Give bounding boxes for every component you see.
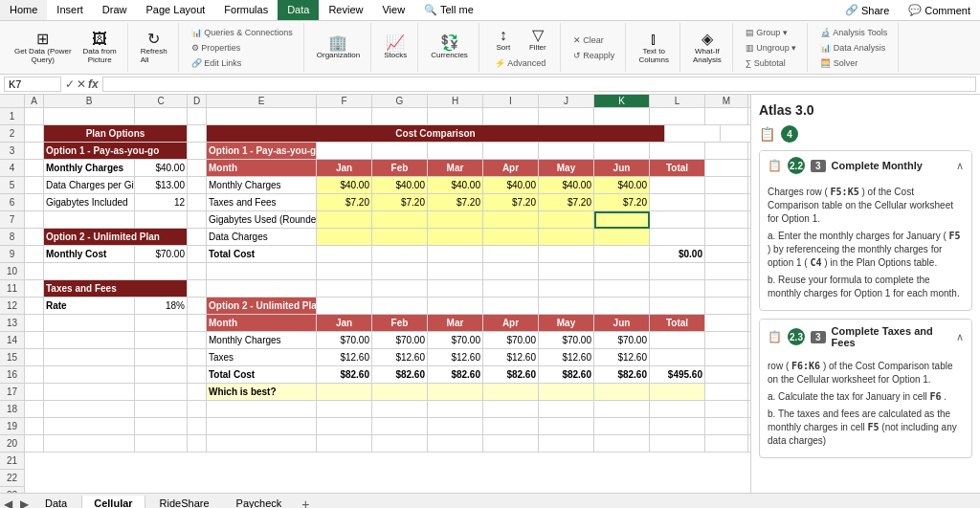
cell-l16-total[interactable]: $495.60 <box>650 366 705 384</box>
d20[interactable] <box>188 435 207 453</box>
d18[interactable] <box>188 401 207 418</box>
cell-m3[interactable] <box>705 143 748 160</box>
cell-a1[interactable] <box>25 108 44 125</box>
row-num-6[interactable]: 6 <box>0 194 25 211</box>
clear-button[interactable]: ✕ Clear <box>568 33 609 47</box>
tab-view[interactable]: View <box>372 0 414 20</box>
cell-k4-jun[interactable]: Jun <box>594 160 650 177</box>
cell-m15[interactable] <box>705 349 748 366</box>
cell-i6[interactable]: $7.20 <box>483 194 539 211</box>
cell-a14[interactable] <box>25 332 44 349</box>
k20[interactable] <box>594 435 650 453</box>
f20[interactable] <box>317 435 372 453</box>
cell-e9-total-cost[interactable]: Total Cost <box>207 246 317 263</box>
cell-e10[interactable] <box>207 263 317 280</box>
cell-i9[interactable] <box>483 246 539 263</box>
cell-f17[interactable] <box>317 384 372 401</box>
cell-h9[interactable] <box>428 246 483 263</box>
cell-a3[interactable] <box>25 143 44 160</box>
cell-l14[interactable] <box>650 332 705 349</box>
sheet-tab-paycheck[interactable]: Paycheck <box>224 496 295 508</box>
l20[interactable] <box>650 435 705 453</box>
cell-d5[interactable] <box>188 177 207 194</box>
stocks-button[interactable]: 📈 Stocks <box>379 33 412 62</box>
sheet-nav-left[interactable]: ◀ <box>0 497 16 509</box>
tab-page-layout[interactable]: Page Layout <box>137 0 215 20</box>
cell-d7[interactable] <box>188 211 207 229</box>
tab-review[interactable]: Review <box>319 0 372 20</box>
g18[interactable] <box>372 401 428 418</box>
cell-j11[interactable] <box>539 280 594 298</box>
ungroup-button[interactable]: ▥ Ungroup ▾ <box>741 41 802 55</box>
cell-b8-opt2[interactable]: Option 2 - Unlimited Plan <box>44 229 188 246</box>
filter-button[interactable]: ▽ Filter <box>522 25 554 55</box>
currencies-button[interactable]: 💱 Currencies <box>426 33 473 62</box>
col-header-g[interactable]: G <box>372 95 428 107</box>
cell-e6-taxes[interactable]: Taxes and Fees <box>207 194 317 211</box>
cell-i4-apr[interactable]: Apr <box>483 160 539 177</box>
cell-g1[interactable] <box>372 108 428 125</box>
cell-c1[interactable] <box>135 108 188 125</box>
subtotal-button[interactable]: ∑ Subtotal <box>741 56 791 70</box>
cell-a10[interactable] <box>25 263 44 280</box>
cell-b4-mc-label[interactable]: Monthly Charges <box>44 160 135 177</box>
cell-b1[interactable] <box>44 108 135 125</box>
queries-connections-button[interactable]: 📊 Queries & Connections <box>187 26 298 39</box>
cell-g8[interactable] <box>372 229 428 246</box>
row-num-20[interactable]: 20 <box>0 435 25 453</box>
row-num-21[interactable]: 21 <box>0 453 25 470</box>
cell-a4[interactable] <box>25 160 44 177</box>
cell-d9[interactable] <box>188 246 207 263</box>
cell-i7[interactable] <box>483 211 539 229</box>
cell-h6[interactable]: $7.20 <box>428 194 483 211</box>
cell-f13-jan[interactable]: Jan <box>317 315 372 332</box>
cell-d2[interactable] <box>188 125 207 143</box>
cell-b10[interactable] <box>44 263 135 280</box>
task-2-3-collapse-icon[interactable]: ∧ <box>956 331 964 343</box>
e18[interactable] <box>207 401 317 418</box>
cell-b17[interactable] <box>44 384 135 401</box>
cell-g13-feb[interactable]: Feb <box>372 315 428 332</box>
data-analysis-button[interactable]: 📊 Data Analysis <box>815 41 890 55</box>
cell-l1[interactable] <box>650 108 705 125</box>
add-sheet-button[interactable]: + <box>296 497 315 509</box>
cell-d11[interactable] <box>188 280 207 298</box>
cell-k7-selected[interactable] <box>594 211 650 229</box>
row-num-3[interactable]: 3 <box>0 143 25 160</box>
cell-h15[interactable]: $12.60 <box>428 349 483 366</box>
k19[interactable] <box>594 418 650 435</box>
cell-j1[interactable] <box>539 108 594 125</box>
cell-f4-jan[interactable]: Jan <box>317 160 372 177</box>
cell-a16[interactable] <box>25 366 44 384</box>
cell-h5[interactable]: $40.00 <box>428 177 483 194</box>
cell-c14[interactable] <box>135 332 188 349</box>
cell-k8[interactable] <box>594 229 650 246</box>
sheet-tab-rideshare[interactable]: RideShare <box>147 496 222 508</box>
cell-l9-total[interactable]: $0.00 <box>650 246 705 263</box>
cell-f16[interactable]: $82.60 <box>317 366 372 384</box>
cell-d8[interactable] <box>188 229 207 246</box>
edit-links-button[interactable]: 🔗 Edit Links <box>187 56 247 70</box>
col-header-l[interactable]: L <box>650 95 705 107</box>
cell-f11[interactable] <box>317 280 372 298</box>
cell-i3[interactable] <box>483 143 539 160</box>
cell-j6[interactable]: $7.20 <box>539 194 594 211</box>
cell-j4-may[interactable]: May <box>539 160 594 177</box>
cell-i8[interactable] <box>483 229 539 246</box>
cell-j10[interactable] <box>539 263 594 280</box>
cell-b6-gb-label[interactable]: Gigabytes Included <box>44 194 135 211</box>
cell-f14[interactable]: $70.00 <box>317 332 372 349</box>
cell-m1[interactable] <box>705 108 748 125</box>
cell-h7[interactable] <box>428 211 483 229</box>
cell-d4[interactable] <box>188 160 207 177</box>
cell-k11[interactable] <box>594 280 650 298</box>
cell-c17[interactable] <box>135 384 188 401</box>
cell-g5[interactable]: $40.00 <box>372 177 428 194</box>
c19[interactable] <box>135 418 188 435</box>
cell-g7[interactable] <box>372 211 428 229</box>
tab-home[interactable]: Home <box>0 0 47 20</box>
cell-a6[interactable] <box>25 194 44 211</box>
cell-g9[interactable] <box>372 246 428 263</box>
a19[interactable] <box>25 418 44 435</box>
cell-l3[interactable] <box>650 143 705 160</box>
